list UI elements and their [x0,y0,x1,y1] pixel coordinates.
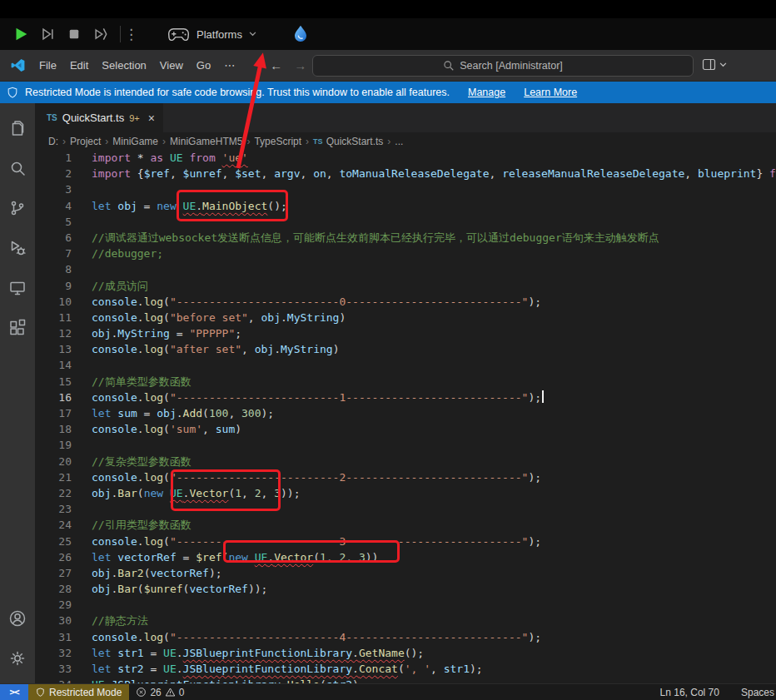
code-line-12[interactable]: obj.MyString = "PPPPP"; [92,325,776,341]
line-number[interactable]: 32 [35,645,72,661]
line-number[interactable]: 29 [35,597,72,613]
code-line-27[interactable]: obj.Bar2(vectorRef); [92,565,776,581]
line-number[interactable]: 22 [35,485,72,501]
code-line-1[interactable]: import * as UE from 'ue' [92,150,776,166]
activity-item-search[interactable] [0,148,35,188]
breadcrumb-item[interactable]: TypeScript [254,136,301,147]
activity-item-extensions[interactable] [0,308,35,348]
step-button[interactable] [37,23,58,45]
code-editor[interactable]: 1234567891011121314151617181920212223242… [35,150,776,683]
code-line-15[interactable]: //简单类型参数函数 [92,374,776,390]
activity-item-account[interactable] [0,598,35,638]
breadcrumb-item[interactable]: D: [48,136,58,147]
line-number[interactable]: 31 [35,629,72,645]
breadcrumb-item[interactable]: ... [395,136,403,147]
code-line-33[interactable]: let str2 = UE.JSBlueprintFunctionLibrary… [92,661,776,677]
code-line-10[interactable]: console.log("-------------------------0-… [92,294,776,310]
line-number[interactable]: 9 [35,278,72,294]
line-number[interactable]: 27 [35,565,72,581]
problems-status[interactable]: 26 0 [129,687,191,698]
line-number[interactable]: 34 [35,677,72,683]
code-line-24[interactable]: //引用类型参数函数 [92,517,776,533]
code-line-3[interactable] [92,181,776,197]
line-number[interactable]: 30 [35,613,72,628]
menu-more[interactable]: ⋯ [217,56,241,75]
line-number[interactable]: 17 [35,405,72,421]
platforms-dropdown[interactable]: Platforms [167,27,256,42]
back-arrow-icon[interactable]: ← [270,58,282,72]
activity-item-remote-explorer[interactable] [0,268,35,308]
cursor-position[interactable]: Ln 16, Col 70 [660,687,719,698]
code-line-29[interactable] [92,597,776,613]
code-line-5[interactable] [92,214,776,230]
code-line-28[interactable]: obj.Bar($unref(vectorRef)); [92,581,776,597]
code-line-2[interactable]: import {$ref, $unref, $set, argv, on, to… [92,166,776,181]
line-number[interactable]: 16 [35,390,72,405]
code-line-30[interactable]: //静态方法 [92,613,776,628]
activity-item-run-debug[interactable] [0,228,35,268]
code-line-25[interactable]: console.log("-------------------------3-… [92,534,776,549]
code-line-26[interactable]: let vectorRef = $ref(new UE.Vector(1, 2,… [92,549,776,565]
code-line-22[interactable]: obj.Bar(new UE.Vector(1, 2, 3)); [92,485,776,501]
line-number[interactable]: 18 [35,421,72,437]
puerts-logo-icon[interactable] [290,23,311,45]
code-line-4[interactable]: let obj = new UE.MainObject(); [92,198,776,214]
line-number[interactable]: 1 [35,150,72,166]
code-line-9[interactable]: //成员访问 [92,278,776,294]
line-number[interactable]: 2 [35,166,72,181]
line-number[interactable]: 23 [35,501,72,517]
search-input[interactable]: Search [Administrator] [312,55,694,77]
line-number[interactable]: 6 [35,230,72,246]
breadcrumb-item[interactable]: MiniGameHTM5 [170,136,242,147]
learn-more-link[interactable]: Learn More [524,87,577,98]
forward-arrow-icon[interactable]: → [294,58,306,72]
activity-item-explorer[interactable] [0,108,35,148]
code-line-6[interactable]: //调试器通过websocket发送断点信息，可能断点生效前脚本已经执行完毕，可… [92,230,776,246]
line-number[interactable]: 14 [35,357,72,373]
breadcrumb-item[interactable]: TSQuickStart.ts [313,136,383,147]
restricted-mode-status[interactable]: Restricted Mode [28,684,129,700]
line-number[interactable]: 15 [35,374,72,390]
code-line-21[interactable]: console.log("-------------------------2-… [92,469,776,485]
code-line-14[interactable] [92,357,776,373]
line-number[interactable]: 8 [35,261,72,277]
line-number[interactable]: 33 [35,661,72,677]
remote-indicator[interactable]: >< [0,684,28,700]
stop-button[interactable] [63,23,85,45]
indentation-status[interactable]: Spaces [741,687,774,698]
code-line-7[interactable]: //debugger; [92,246,776,261]
code-line-18[interactable]: console.log('sum', sum) [92,421,776,437]
code-line-20[interactable]: //复杂类型参数函数 [92,454,776,469]
tab-quickstart[interactable]: TS QuickStart.ts 9+ × [35,103,164,132]
code-line-34[interactable]: UE.JSBlueprintFunctionLibrary.Hello(str2… [92,677,776,683]
menu-edit[interactable]: Edit [63,56,95,75]
code-line-17[interactable]: let sum = obj.Add(100, 300); [92,405,776,421]
activity-item-source-control[interactable] [0,188,35,228]
code-line-32[interactable]: let str1 = UE.JSBlueprintFunctionLibrary… [92,645,776,661]
close-icon[interactable]: × [148,112,155,125]
play-button[interactable] [10,23,32,45]
line-number[interactable]: 12 [35,325,72,341]
code-line-19[interactable] [92,437,776,453]
line-number[interactable]: 26 [35,549,72,565]
line-number[interactable]: 11 [35,310,72,325]
menu-selection[interactable]: Selection [95,56,152,75]
line-number[interactable]: 3 [35,181,72,197]
line-number[interactable]: 7 [35,246,72,261]
code-line-8[interactable] [92,261,776,277]
code-line-23[interactable] [92,501,776,517]
line-number[interactable]: 19 [35,437,72,453]
menu-file[interactable]: File [32,56,63,75]
manage-link[interactable]: Manage [468,87,505,98]
code-line-16[interactable]: console.log("-------------------------1-… [92,390,776,405]
line-number[interactable]: 20 [35,454,72,469]
line-number[interactable]: 28 [35,581,72,597]
toolbar-more-button[interactable]: ⋮ [124,26,137,43]
launch-button[interactable] [90,23,112,45]
breadcrumb-item[interactable]: MiniGame [112,136,158,147]
line-number[interactable]: 24 [35,517,72,533]
code-line-13[interactable]: console.log("after set", obj.MyString) [92,341,776,357]
line-number[interactable]: 4 [35,198,72,214]
breadcrumb-item[interactable]: Project [70,136,101,147]
line-number[interactable]: 13 [35,341,72,357]
